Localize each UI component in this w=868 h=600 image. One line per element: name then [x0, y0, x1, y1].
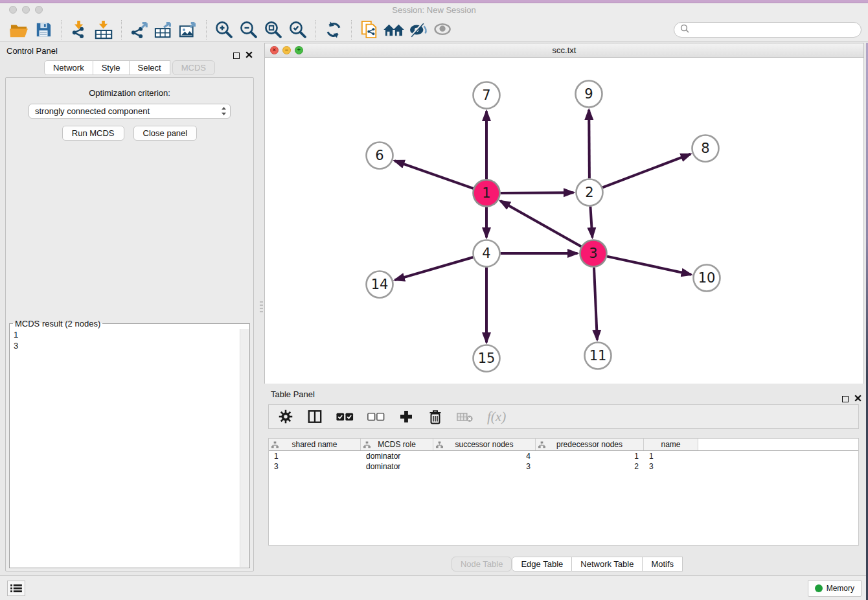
column-header-successor-nodes[interactable]: successor nodes — [433, 439, 536, 450]
cell-predecessor-nodes[interactable]: 1 — [536, 452, 644, 461]
cell-mcds-role[interactable]: dominator — [361, 452, 433, 461]
zoom-selected-icon[interactable] — [286, 19, 310, 40]
mcds-result-list[interactable]: 13 — [10, 329, 249, 352]
graph-node-7[interactable]: 7 — [474, 82, 500, 109]
graph-edge-3-10[interactable] — [607, 257, 691, 275]
float-table-panel-icon[interactable] — [842, 396, 849, 402]
graph-node-9[interactable]: 9 — [576, 81, 602, 108]
import-network-icon[interactable] — [67, 19, 91, 40]
table-tab-node-table[interactable]: Node Table — [451, 557, 512, 571]
graph-node-3[interactable]: 3 — [580, 240, 607, 267]
network-minimize-button[interactable]: − — [282, 46, 291, 54]
control-panel-tabs: NetworkStyleSelectMCDS — [0, 60, 259, 75]
panel-splitter[interactable] — [260, 299, 263, 314]
delete-icon[interactable] — [428, 407, 443, 426]
zoom-out-icon[interactable] — [236, 19, 261, 40]
zoom-in-icon[interactable] — [212, 19, 236, 40]
select-all-icon[interactable] — [336, 407, 354, 426]
run-mcds-button[interactable]: Run MCDS — [62, 126, 124, 141]
graph-node-15[interactable]: 15 — [474, 345, 500, 372]
export-image-icon[interactable] — [176, 19, 201, 40]
memory-button[interactable]: Memory — [808, 580, 862, 597]
cell-name[interactable]: 1 — [644, 452, 698, 461]
graph-edge-3-11[interactable] — [594, 268, 597, 340]
table-row[interactable]: 1dominator411 — [269, 451, 858, 461]
column-header-shared-name[interactable]: shared name — [269, 439, 361, 450]
graph-node-4[interactable]: 4 — [474, 240, 500, 267]
export-table-icon[interactable] — [152, 19, 176, 40]
network-maximize-button[interactable]: + — [295, 46, 303, 54]
float-panel-icon[interactable] — [233, 52, 240, 59]
network-canvas[interactable]: 7968124314101511 — [265, 58, 863, 384]
column-header-name[interactable]: name — [644, 439, 698, 450]
tab-select[interactable]: Select — [130, 60, 170, 75]
graph-edge-4-14[interactable] — [395, 257, 474, 280]
table-tab-motifs[interactable]: Motifs — [643, 557, 683, 571]
result-scrollbar[interactable] — [240, 329, 249, 567]
graph-node-1[interactable]: 1 — [474, 180, 500, 207]
graph-node-6[interactable]: 6 — [367, 143, 393, 169]
mcds-result-title: MCDS result (2 nodes) — [13, 319, 102, 329]
mcds-panel: Optimization criterion: strongly connect… — [5, 77, 254, 571]
cell-shared-name[interactable]: 3 — [269, 462, 361, 471]
table-row[interactable]: 3dominator323 — [269, 461, 858, 472]
column-header-mcds-role[interactable]: MCDS role — [361, 439, 433, 450]
toolbar-separator — [121, 20, 122, 40]
graph-edge-2-9[interactable] — [589, 110, 589, 179]
refresh-icon[interactable] — [321, 19, 346, 40]
graph-edge-2-8[interactable] — [602, 154, 691, 188]
graph-node-10[interactable]: 10 — [694, 265, 720, 292]
graph-edge-1-2[interactable] — [501, 192, 574, 193]
network-view-window: × − + scc.txt 7968124314101511 — [264, 43, 864, 384]
tab-style[interactable]: Style — [93, 60, 130, 75]
search-input[interactable] — [692, 24, 855, 35]
column-header-predecessor-nodes[interactable]: predecessor nodes — [536, 439, 644, 450]
home-icon[interactable] — [382, 19, 406, 40]
tab-mcds[interactable]: MCDS — [172, 60, 215, 75]
import-table-icon[interactable] — [91, 19, 116, 40]
show-panels-button[interactable] — [7, 581, 25, 596]
toolbar-separator — [351, 20, 352, 40]
svg-text:14: 14 — [371, 277, 389, 292]
show-details-disabled-icon — [431, 19, 455, 40]
node-table: shared nameMCDS rolesuccessor nodesprede… — [268, 438, 859, 546]
svg-text:1: 1 — [482, 185, 490, 201]
graph-node-8[interactable]: 8 — [692, 135, 719, 162]
close-panel-button[interactable]: Close panel — [133, 126, 198, 141]
hide-details-icon[interactable] — [406, 19, 431, 40]
cell-shared-name[interactable]: 1 — [269, 452, 361, 461]
columns-icon[interactable] — [307, 407, 323, 426]
criterion-select[interactable]: strongly connected component — [29, 104, 231, 119]
graph-node-14[interactable]: 14 — [367, 271, 393, 298]
tab-network[interactable]: Network — [44, 60, 93, 75]
search-box[interactable] — [674, 22, 862, 38]
cell-successor-nodes[interactable]: 3 — [433, 462, 536, 471]
gear-icon[interactable] — [278, 407, 293, 426]
graph-node-11[interactable]: 11 — [585, 343, 611, 369]
duplicate-network-icon[interactable] — [357, 19, 382, 40]
table-tab-network-table[interactable]: Network Table — [572, 557, 643, 571]
zoom-fit-icon[interactable] — [261, 19, 286, 40]
save-session-icon[interactable] — [31, 19, 56, 40]
close-panel-icon[interactable] — [246, 47, 253, 64]
select-stepper-icon — [221, 106, 227, 120]
table-tab-edge-table[interactable]: Edge Table — [512, 557, 572, 571]
graph-node-2[interactable]: 2 — [577, 179, 603, 206]
add-icon[interactable] — [398, 407, 414, 426]
open-file-icon[interactable] — [6, 19, 31, 40]
svg-text:6: 6 — [375, 148, 383, 163]
graph-edge-3-1[interactable] — [500, 201, 581, 246]
cell-successor-nodes[interactable]: 4 — [433, 452, 536, 461]
cell-predecessor-nodes[interactable]: 2 — [536, 462, 644, 471]
delete-table-disabled-icon — [457, 407, 474, 426]
table-panel: Table Panel f(x) shared nameMCDS rolesuc… — [264, 386, 868, 575]
graph-edge-1-6[interactable] — [394, 161, 474, 189]
cell-mcds-role[interactable]: dominator — [361, 462, 433, 471]
network-close-button[interactable]: × — [270, 46, 279, 54]
deselect-all-icon[interactable] — [367, 407, 385, 426]
cell-name[interactable]: 3 — [644, 462, 698, 471]
table-body: 1dominator4113dominator323 — [269, 451, 858, 472]
export-network-icon[interactable] — [127, 19, 152, 40]
criterion-value: strongly connected component — [35, 106, 150, 116]
graph-edge-2-3[interactable] — [590, 207, 592, 238]
